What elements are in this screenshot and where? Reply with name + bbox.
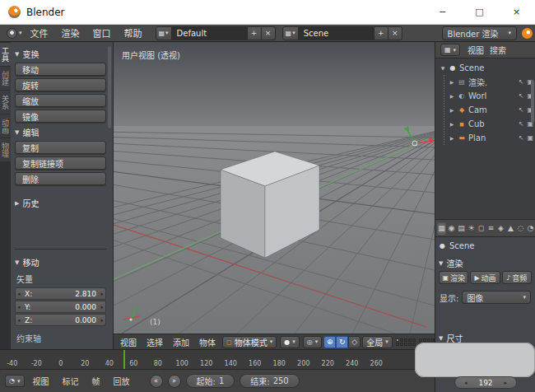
view-menu[interactable]: 视图 (115, 336, 142, 348)
manipulator-scale-toggle[interactable]: ◇ (348, 336, 361, 348)
timeline-marker-menu[interactable]: 标记 (56, 375, 86, 387)
panel-header-edit[interactable]: ▼ 编辑 (15, 126, 106, 138)
close-button[interactable]: × (498, 0, 535, 24)
restrict-select-icon[interactable]: ↖ (519, 106, 524, 114)
restrict-select-icon[interactable]: ↖ (519, 120, 524, 128)
delete-button[interactable]: 删除 (15, 172, 106, 185)
outliner-row-renderlayers[interactable]: ▶ ▤ 渲染. ↖▣ (444, 75, 535, 89)
manipulator-translate-toggle[interactable]: ⊕ (323, 336, 336, 348)
tab-render[interactable]: ▦ (437, 222, 446, 235)
add-menu[interactable]: 添加 (168, 336, 194, 348)
layout-add-button[interactable]: + (248, 26, 262, 40)
frame-start-field[interactable]: 起始: 1 (186, 374, 235, 388)
constraint-axis-label: 约束轴 (16, 332, 106, 344)
outliner-row-plane[interactable]: ▶ ▬ Plan ↖▣ (444, 131, 535, 145)
orientation-dropdown[interactable]: 全局 ▾ (362, 336, 393, 348)
outliner-row-cube[interactable]: ▶ ◼ Cub ↖▣ (444, 117, 535, 131)
timeline-view-menu[interactable]: 视图 (26, 375, 56, 387)
restrict-select-icon[interactable]: ↖ (519, 134, 524, 142)
outliner-row-scene[interactable]: ▼ ● Scene (435, 61, 535, 75)
tool-tab-tools[interactable]: 工具 (0, 43, 11, 66)
tab-modifiers[interactable]: ◈ (496, 222, 505, 235)
menu-window[interactable]: 窗口 (86, 26, 118, 40)
panel-header-history[interactable]: ▶ 历史 (15, 197, 106, 209)
tool-shelf-scrollbar[interactable] (108, 46, 111, 128)
tool-tab-relations[interactable]: 关系 (0, 91, 11, 114)
menu-file[interactable]: 文件 (24, 26, 55, 40)
frame-end-field[interactable]: 结束: 250 (240, 374, 299, 388)
collapse-arrow-icon: ▼ (15, 259, 19, 266)
menu-render[interactable]: 渲染 (55, 26, 86, 40)
shading-dropdown[interactable]: ● ▾ (280, 336, 300, 348)
render-engine-dropdown[interactable]: Blender 渲染 ▾ (442, 26, 517, 40)
manipulator-rotate-toggle[interactable]: ↻ (336, 336, 348, 348)
object-menu[interactable]: 物体 (194, 336, 221, 348)
restrict-render-icon[interactable]: ▣ (527, 134, 533, 142)
restrict-select-icon[interactable]: ↖ (519, 92, 524, 100)
scale-button[interactable]: 缩放 (15, 94, 106, 107)
timeline-ruler[interactable]: -40-20 020 4060 80100 120140 160180 2002… (0, 349, 435, 369)
tab-world[interactable]: ☀ (467, 222, 476, 235)
timeline-frame-menu[interactable]: 帧 (86, 375, 107, 387)
move-y-field[interactable]: ◂ Y: 0.000 ▸ (15, 301, 106, 313)
tab-data[interactable]: ▲ (506, 222, 515, 235)
tab-constraints[interactable]: ≡ (486, 222, 495, 235)
tab-scene[interactable]: ▤ (457, 222, 466, 235)
scene-browse-button[interactable]: ▦▾ (282, 26, 299, 40)
scene-unlink-button[interactable]: × (388, 26, 402, 40)
rotate-button[interactable]: 旋转 (15, 78, 106, 91)
render-still-button[interactable]: ▣ 渲染 (439, 271, 468, 284)
properties-tab-bar: ▦ ◉ ▤ ☀ ◻ ≡ ◈ ▲ ◌ ◔ (435, 220, 535, 237)
outliner-search-menu[interactable]: 搜索 (490, 44, 506, 56)
mirror-button[interactable]: 镜像 (15, 110, 106, 123)
outliner-view-menu[interactable]: 视图 (468, 44, 484, 56)
move-z-field[interactable]: ◂ Z: 0.000 ▸ (15, 314, 106, 326)
resolution-x-field[interactable]: ◂ 192 ▸ (454, 376, 517, 389)
layout-unlink-button[interactable]: × (262, 26, 276, 40)
scene-name-field[interactable]: Scene (299, 26, 374, 40)
tab-texture[interactable]: ◔ (526, 222, 535, 235)
restrict-select-icon[interactable]: ↖ (519, 78, 524, 86)
panel-header-render[interactable]: ▼ 渲染 (439, 257, 532, 269)
render-animation-button[interactable]: ▶ 动画 (470, 271, 500, 284)
display-dropdown[interactable]: 图像 ▾ (462, 291, 531, 304)
jump-to-end-button[interactable]: » (168, 375, 181, 388)
editor-type-button[interactable]: ◔ ▾ (5, 375, 25, 387)
timeline-playback-menu[interactable]: 回放 (107, 375, 137, 387)
jump-to-start-button[interactable]: « (150, 375, 163, 388)
blender-menu-button[interactable]: ▾ (7, 28, 22, 39)
pivot-dropdown[interactable]: ◎ ▾ (303, 336, 323, 348)
layout-browse-button[interactable]: ▦▾ (156, 26, 172, 40)
chevron-down-icon: ▾ (385, 338, 388, 345)
minimize-button[interactable]: ─ (424, 0, 461, 24)
current-frame-marker[interactable] (123, 350, 125, 369)
layout-name-field[interactable]: Default (172, 26, 248, 40)
viewport-3d[interactable]: 用户视图 (透视) (1) (114, 42, 435, 334)
outliner-row-camera[interactable]: ▶ ◆ Cam ↖▣ (444, 103, 535, 117)
tool-tab-create[interactable]: 创建 (0, 67, 11, 90)
layers-grid-left[interactable] (396, 338, 416, 346)
outliner-type-button[interactable]: ▦ ▾ (440, 44, 460, 56)
tool-tab-animation[interactable]: 动画 (0, 114, 11, 138)
outliner-scrollbar[interactable] (531, 80, 534, 123)
tab-render-layers[interactable]: ◉ (447, 222, 456, 235)
panel-header-move[interactable]: ▼ 移动 (15, 256, 106, 268)
select-menu[interactable]: 选择 (142, 336, 168, 348)
duplicate-button[interactable]: 复制 (15, 141, 106, 154)
outliner-row-world[interactable]: ▶ ◐ Worl ↖▣ (444, 89, 535, 103)
tab-object[interactable]: ◻ (477, 222, 486, 235)
menu-help[interactable]: 帮助 (118, 26, 149, 40)
tool-tab-physics[interactable]: 物理 (0, 138, 11, 161)
panel-header-transform[interactable]: ▼ 变换 (15, 48, 106, 60)
translate-button[interactable]: 移动 (15, 63, 106, 76)
duplicate-linked-button[interactable]: 复制链接项 (15, 156, 106, 170)
scene-icon: ● (449, 64, 457, 72)
mode-dropdown[interactable]: ◻ 物体模式 ▾ (222, 336, 277, 348)
maximize-button[interactable]: □ (461, 0, 498, 24)
context-breadcrumb: Scene (449, 241, 475, 250)
move-x-field[interactable]: ◂ X: 2.810 ▸ (15, 287, 106, 300)
render-audio-button[interactable]: ♪ 音频 (502, 271, 532, 284)
scene-add-button[interactable]: + (374, 26, 388, 40)
expand-arrow-icon: ▶ (15, 200, 19, 207)
tab-material[interactable]: ◌ (516, 222, 525, 235)
